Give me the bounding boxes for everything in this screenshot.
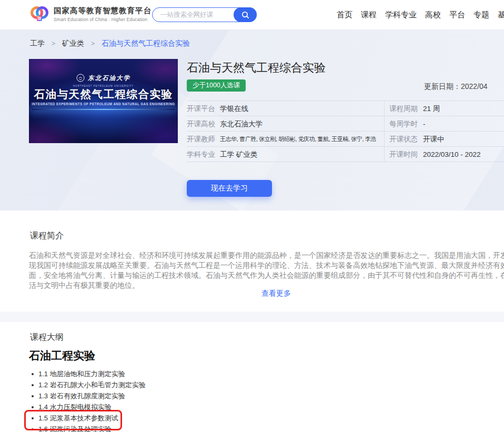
outline-item-label: 1.4 水力压裂电模拟实验	[38, 403, 112, 412]
platform-logo-icon	[30, 5, 49, 23]
update-date-value: 2022/04	[461, 82, 488, 91]
bullet-icon	[32, 384, 34, 386]
bullet-icon	[32, 428, 34, 430]
breadcrumb-item-mining[interactable]: 矿业类	[62, 39, 84, 48]
nav-item-platforms[interactable]: 平台	[449, 10, 465, 20]
info-label: 学科专业	[187, 150, 215, 159]
bullet-icon	[32, 406, 34, 408]
intro-line: 现我国可持续能源发展战略至关重要。石油与天然气工程是一个运用科学的理论、方法、技…	[29, 260, 504, 270]
platform-title: 国家高等教育智慧教育平台	[54, 6, 152, 16]
info-label: 开课平台	[187, 104, 215, 114]
info-label: 开课教师	[187, 135, 215, 144]
course-intro-paragraph: 石油和天然气资源是对全球社会、经济和环境可持续发展起重要作用的能源品种，是一个国…	[29, 250, 504, 290]
nav-item-disciplines[interactable]: 学科专业	[385, 10, 417, 20]
nav-item-courses[interactable]: 课程	[361, 10, 377, 20]
section-gap	[0, 312, 504, 322]
nav-item-partial[interactable]: 基	[498, 10, 504, 20]
breadcrumb-item-engineering[interactable]: 工学	[30, 39, 45, 48]
main-nav: 首页 课程 学科专业 高校 平台 专题 基	[337, 0, 504, 29]
outline-item-1-4[interactable]: 1.4 水力压裂电模拟实验	[32, 401, 146, 413]
enrollment-badge: 少于1000人选课	[187, 79, 246, 92]
info-value: 东北石油大学	[220, 119, 263, 129]
info-value: 2022/03/10 - 2022	[423, 150, 481, 158]
search-icon	[241, 11, 249, 19]
university-seal-icon	[76, 74, 85, 82]
outline-item-label: 1.2 岩石孔隙大小和毛管力测定实验	[38, 380, 146, 390]
outline-item-label: 1.3 岩石有效孔隙度测定实验	[38, 391, 125, 401]
info-row-platform: 开课平台 学银在线 课程周期 21 周	[187, 101, 504, 116]
outline-item-1-5[interactable]: 1.5 泥浆基本技术参数测试	[32, 413, 146, 424]
banner-course-title: 石油与天然气工程综合实验	[29, 87, 178, 102]
outline-item-1-1[interactable]: 1.1 地层油饱和压力测定实验	[32, 368, 146, 379]
info-value: 王志华, 曹广胜, 张立刚, 胡绍彬, 党庆功, 董航, 王亚楠, 张宁, 李浩	[220, 135, 376, 143]
bullet-icon	[32, 417, 34, 419]
chapter-heading: 石油工程实验	[29, 348, 95, 363]
search-bar	[152, 7, 257, 22]
banner-course-subtitle: INTEGRATED EXPERIMENTS OF PETROLEUM AND …	[29, 102, 178, 106]
info-value: 21 周	[423, 104, 440, 114]
outline-item-label: 1.6 泥浆污染及处理实验	[38, 425, 112, 432]
nav-item-home[interactable]: 首页	[337, 10, 352, 20]
outline-item-1-6[interactable]: 1.6 泥浆污染及处理实验	[32, 424, 146, 432]
go-study-button[interactable]: 现在去学习	[187, 180, 272, 197]
section-title-intro: 课程简介	[30, 230, 64, 242]
info-table-vertical-divider	[384, 101, 385, 162]
section-title-outline: 课程大纲	[30, 332, 64, 343]
info-value: 学银在线	[220, 104, 248, 114]
info-value: 开课中	[423, 135, 445, 144]
info-label: 课程周期	[389, 104, 418, 114]
university-name: 东北石油大学	[88, 74, 130, 82]
outline-item-1-3[interactable]: 1.3 岩石有效孔隙度测定实验	[32, 390, 146, 401]
info-label: 开课状态	[389, 135, 418, 144]
outline-item-1-2[interactable]: 1.2 岩石孔隙大小和毛管力测定实验	[32, 379, 146, 390]
university-emblem: 东北石油大学 NORTHEAST PETROLEUM UNIVERSITY	[29, 74, 178, 87]
course-cover-image: 东北石油大学 NORTHEAST PETROLEUM UNIVERSITY 石油…	[29, 59, 178, 143]
platform-subtitle: Smart Education of China · Higher Educat…	[54, 17, 152, 22]
info-value: 工学 矿业类	[220, 150, 257, 159]
info-label: 开课时间	[389, 150, 418, 159]
intro-line: 面，安全地将油气分离、计量与输运的工程技术领域。石油与天然气作为人类社会能源的重…	[29, 270, 504, 280]
info-label: 每周学时	[389, 119, 418, 129]
view-more-link[interactable]: 查看更多	[261, 289, 291, 298]
platform-logo[interactable]: 国家高等教育智慧教育平台 Smart Education of China · …	[30, 5, 152, 23]
page-title: 石油与天然气工程综合实验	[187, 60, 326, 76]
update-date-label: 更新日期：	[424, 82, 461, 91]
search-button[interactable]	[234, 7, 257, 22]
update-date: 更新日期：2022/04	[424, 82, 488, 92]
info-value: -	[423, 120, 426, 128]
bullet-icon	[32, 395, 34, 397]
top-header: 国家高等教育智慧教育平台 Smart Education of China · …	[0, 0, 504, 30]
bullet-icon	[32, 373, 34, 375]
chevron-right-icon: >	[52, 40, 55, 47]
breadcrumb: 工学 > 矿业类 > 石油与天然气工程综合实验	[30, 39, 190, 48]
info-label: 开课高校	[187, 119, 215, 129]
outline-list: 1.1 地层油饱和压力测定实验 1.2 岩石孔隙大小和毛管力测定实验 1.3 岩…	[32, 368, 146, 432]
info-row-teachers: 开课教师 王志华, 曹广胜, 张立刚, 胡绍彬, 党庆功, 董航, 王亚楠, 张…	[187, 131, 504, 147]
info-row-discipline: 学科专业 工学 矿业类 开课时间 2022/03/10 - 2022	[187, 146, 504, 162]
breadcrumb-item-current: 石油与天然气工程综合实验	[102, 39, 190, 48]
search-input[interactable]	[159, 8, 233, 21]
intro-line: 石油和天然气资源是对全球社会、经济和环境可持续发展起重要作用的能源品种，是一个国…	[29, 250, 504, 260]
nav-item-universities[interactable]: 高校	[425, 10, 441, 20]
chevron-right-icon: >	[91, 40, 95, 47]
nav-item-topics[interactable]: 专题	[473, 10, 489, 20]
info-row-university: 开课高校 东北石油大学 每周学时 -	[187, 116, 504, 132]
info-table-divider	[187, 162, 504, 162]
outline-item-label: 1.5 泥浆基本技术参数测试	[38, 414, 118, 423]
outline-item-label: 1.1 地层油饱和压力测定实验	[38, 369, 125, 379]
